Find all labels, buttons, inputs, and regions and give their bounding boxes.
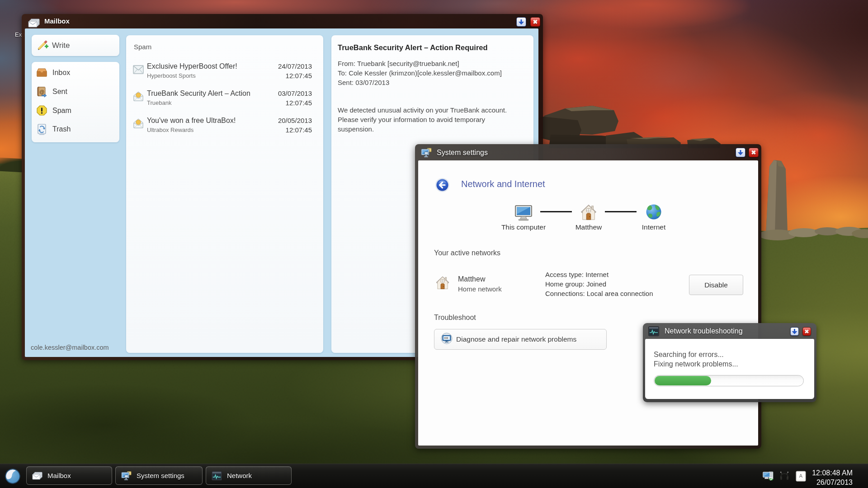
svg-text:A: A xyxy=(799,473,803,479)
svg-text:@: @ xyxy=(39,89,44,94)
